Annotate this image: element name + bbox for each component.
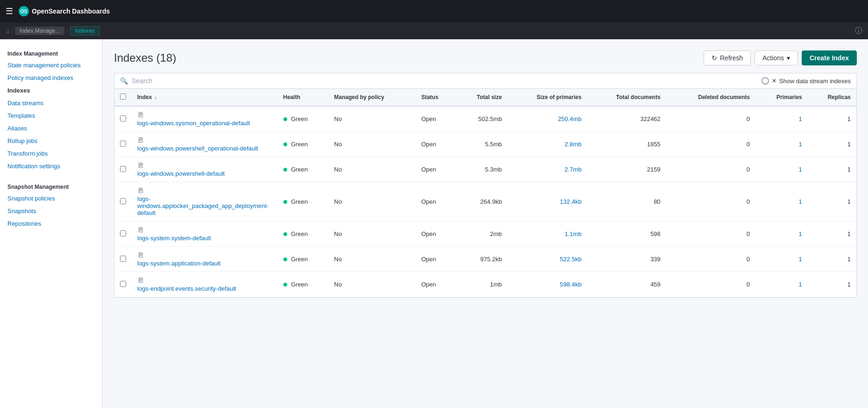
row-checkbox-3[interactable] (120, 198, 126, 204)
col-header-managed[interactable]: Managed by policy (329, 89, 416, 106)
create-index-label: Create Index (810, 54, 849, 62)
data-stream-toggle[interactable]: ✕ Show data stream indexes (762, 77, 851, 85)
row-checkbox-4[interactable] (120, 230, 126, 236)
sidebar-item-data-streams[interactable]: Data streams (0, 97, 102, 109)
size-primaries-link[interactable]: 2.8mb (565, 141, 581, 148)
row-checkbox-5[interactable] (120, 256, 126, 262)
replicas-cell: 1 (808, 222, 856, 247)
table-row: 🖹 logs-system.application-default Green … (114, 247, 856, 272)
size-primaries-cell: 250.4mb (508, 106, 587, 132)
sidebar-item-transform-jobs[interactable]: Transform jobs (0, 147, 102, 160)
size-primaries-cell: 522.5kb (508, 247, 587, 272)
health-cell: Green (278, 272, 329, 297)
status-cell: Open (416, 132, 456, 157)
create-index-button[interactable]: Create Index (802, 50, 857, 65)
size-primaries-link[interactable]: 2.7mb (565, 166, 581, 173)
index-name-link[interactable]: logs-system.system-default (137, 235, 211, 242)
sidebar-item-policy-managed-indexes[interactable]: Policy managed indexes (0, 72, 102, 84)
home-icon[interactable]: ⌂ (6, 27, 9, 35)
breadcrumb-index-manage[interactable]: Index Manage... (15, 27, 64, 35)
row-checkbox-cell (114, 106, 132, 132)
index-file-icon: 🖹 (137, 226, 272, 234)
index-name-link[interactable]: logs-windows.powershell_operational-defa… (137, 145, 258, 152)
col-header-health[interactable]: Health (278, 89, 329, 106)
total-size-cell: 5.3mb (456, 157, 508, 182)
size-primaries-cell: 2.8mb (508, 132, 587, 157)
sidebar-item-snapshots[interactable]: Snapshots (0, 205, 102, 217)
sidebar-item-aliases[interactable]: Aliases (0, 122, 102, 135)
actions-label: Actions (762, 54, 784, 62)
managed-by-policy-cell: No (329, 182, 416, 222)
index-name-link[interactable]: logs-windows.applocker_packaged_app_depl… (137, 195, 268, 216)
primaries-link[interactable]: 1 (799, 141, 802, 148)
primaries-link[interactable]: 1 (799, 166, 802, 173)
app-title: OpenSearch Dashboards (32, 7, 110, 15)
primaries-cell: 1 (755, 222, 808, 247)
hamburger-icon[interactable]: ☰ (6, 6, 13, 16)
col-header-total-size[interactable]: Total size (456, 89, 508, 106)
row-checkbox-6[interactable] (120, 281, 126, 287)
page-title: Indexes (18) (114, 51, 176, 64)
col-header-status[interactable]: Status (416, 89, 456, 106)
col-header-replicas[interactable]: Replicas (808, 89, 856, 106)
sidebar-item-indexes[interactable]: Indexes (0, 84, 102, 97)
col-header-deleted-docs[interactable]: Deleted documents (666, 89, 755, 106)
row-checkbox-0[interactable] (120, 115, 126, 122)
toggle-circle-icon (762, 77, 769, 85)
size-primaries-link[interactable]: 522.5kb (560, 256, 581, 263)
replicas-cell: 1 (808, 182, 856, 222)
sidebar-item-state-management-policies[interactable]: State management policies (0, 59, 102, 72)
replicas-cell: 1 (808, 247, 856, 272)
sidebar-item-repositories[interactable]: Repositories (0, 217, 102, 230)
replicas-cell: 1 (808, 106, 856, 132)
total-docs-cell: 322462 (587, 106, 666, 132)
health-cell: Green (278, 132, 329, 157)
col-header-size-primaries[interactable]: Size of primaries (508, 89, 587, 106)
sidebar-item-rollup-jobs[interactable]: Rollup jobs (0, 135, 102, 147)
index-name-link[interactable]: logs-windows.powershell-default (137, 170, 225, 177)
primaries-cell: 1 (755, 132, 808, 157)
help-icon[interactable]: ⓘ (855, 26, 862, 36)
sidebar-item-snapshot-policies[interactable]: Snapshot policies (0, 192, 102, 205)
sidebar-index-management-title: Index Management (0, 47, 102, 59)
size-primaries-link[interactable]: 132.4kb (560, 198, 581, 205)
total-size-cell: 2mb (456, 222, 508, 247)
search-input[interactable] (132, 77, 756, 85)
health-label: Green (291, 116, 308, 123)
primaries-link[interactable]: 1 (799, 198, 802, 205)
col-header-primaries[interactable]: Primaries (755, 89, 808, 106)
index-name-link[interactable]: logs-endpoint.events.security-default (137, 285, 236, 292)
primaries-link[interactable]: 1 (799, 115, 802, 122)
actions-button[interactable]: Actions ▾ (755, 50, 798, 65)
primaries-link[interactable]: 1 (799, 230, 802, 237)
row-checkbox-1[interactable] (120, 141, 126, 147)
page-header: Indexes (18) ↻ Refresh Actions ▾ Create … (114, 50, 857, 65)
select-all-checkbox[interactable] (120, 93, 126, 100)
sidebar-item-templates[interactable]: Templates (0, 109, 102, 122)
total-docs-cell: 459 (587, 272, 666, 297)
table-row: 🖹 logs-windows.applocker_packaged_app_de… (114, 182, 856, 222)
health-cell: Green (278, 222, 329, 247)
index-name-link[interactable]: logs-system.application-default (137, 260, 220, 267)
primaries-link[interactable]: 1 (799, 281, 802, 288)
index-name-cell: 🖹 logs-windows.powershell-default (132, 157, 278, 182)
row-checkbox-2[interactable] (120, 166, 126, 172)
primaries-link[interactable]: 1 (799, 256, 802, 263)
col-header-total-docs[interactable]: Total documents (587, 89, 666, 106)
index-name-link[interactable]: logs-windows.sysmon_operational-default (137, 120, 250, 127)
sidebar-item-notification-settings[interactable]: Notification settings (0, 160, 102, 172)
health-label: Green (291, 199, 308, 206)
table-header-row: Index ↓ Health Managed by policy Status … (114, 89, 856, 106)
size-primaries-link[interactable]: 250.4mb (558, 115, 582, 122)
size-primaries-link[interactable]: 598.4kb (560, 281, 581, 288)
refresh-button[interactable]: ↻ Refresh (704, 50, 751, 65)
col-header-index[interactable]: Index ↓ (132, 89, 278, 106)
managed-by-policy-cell: No (329, 222, 416, 247)
size-primaries-link[interactable]: 1.1mb (565, 230, 581, 237)
total-size-cell: 975.2kb (456, 247, 508, 272)
total-size-cell: 264.9kb (456, 182, 508, 222)
health-label: Green (291, 256, 308, 263)
total-docs-cell: 339 (587, 247, 666, 272)
breadcrumb-indexes[interactable]: Indexes (70, 26, 100, 36)
managed-by-policy-cell: No (329, 247, 416, 272)
